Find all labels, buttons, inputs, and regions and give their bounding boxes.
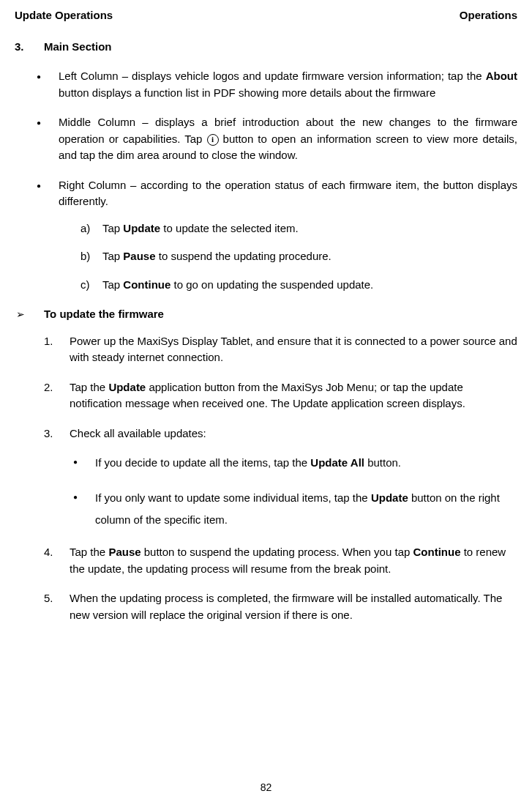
letter-c: c) bbox=[80, 277, 90, 294]
continue-bold: Continue bbox=[413, 546, 461, 558]
num-5: 5. bbox=[44, 590, 53, 607]
inner-bullet-b: If you only want to update some individu… bbox=[95, 487, 517, 531]
text: to suspend the updating procedure. bbox=[156, 250, 331, 262]
inner-bullets: If you decide to update all the items, t… bbox=[70, 452, 517, 531]
sub-ordered-list: a) Tap Update to update the selected ite… bbox=[59, 220, 517, 294]
section-name: Main Section bbox=[44, 40, 112, 53]
text: button displays a function list in PDF s… bbox=[59, 86, 435, 99]
text: to update the selected item. bbox=[160, 222, 298, 234]
arrow-section: To update the firmware bbox=[15, 306, 517, 323]
inner-bullet-a: If you decide to update all the items, t… bbox=[95, 452, 517, 474]
sub-item-a: a) Tap Update to update the selected ite… bbox=[80, 220, 517, 237]
num-4: 4. bbox=[44, 544, 53, 561]
text: button. bbox=[364, 456, 401, 469]
text: Tap bbox=[102, 222, 123, 234]
step-4: 4. Tap the Pause button to suspend the u… bbox=[44, 544, 517, 577]
text: Right Column – according to the operatio… bbox=[59, 179, 517, 208]
bullet-left-column: Left Column – displays vehicle logos and… bbox=[59, 68, 517, 101]
pause-bold: Pause bbox=[108, 546, 141, 558]
letter-b: b) bbox=[80, 248, 90, 265]
info-icon: i bbox=[207, 134, 219, 146]
text: Tap the bbox=[70, 381, 108, 393]
text: If you only want to update some individu… bbox=[95, 491, 371, 504]
bullet-right-column: Right Column – according to the operatio… bbox=[59, 177, 517, 294]
num-1: 1. bbox=[44, 333, 53, 350]
text: Check all available updates: bbox=[70, 427, 206, 439]
update-bold: Update bbox=[371, 491, 408, 504]
step-1: 1. Power up the MaxiSys Display Tablet, … bbox=[44, 333, 517, 366]
continue-bold: Continue bbox=[123, 278, 171, 291]
update-bold: Update bbox=[108, 381, 146, 393]
text: Tap bbox=[102, 250, 123, 262]
main-bullet-list: Left Column – displays vehicle logos and… bbox=[15, 68, 517, 293]
text: button to suspend the updating process. … bbox=[141, 546, 413, 558]
text: When the updating process is completed, … bbox=[70, 592, 502, 621]
section-number: 3. bbox=[15, 39, 44, 56]
update-bold: Update bbox=[123, 222, 160, 234]
num-3: 3. bbox=[44, 426, 53, 442]
sub-item-c: c) Tap Continue to go on updating the su… bbox=[80, 277, 517, 294]
page-number: 82 bbox=[261, 780, 272, 795]
header-left: Update Operations bbox=[15, 7, 113, 24]
step-5: 5. When the updating process is complete… bbox=[44, 590, 517, 623]
text: to go on updating the suspended update. bbox=[171, 278, 373, 291]
num-2: 2. bbox=[44, 379, 53, 396]
update-all-bold: Update All bbox=[310, 456, 364, 469]
pause-bold: Pause bbox=[123, 250, 155, 262]
numbered-steps: 1. Power up the MaxiSys Display Tablet, … bbox=[15, 333, 517, 624]
text: If you decide to update all the items, t… bbox=[95, 456, 310, 469]
sub-item-b: b) Tap Pause to suspend the updating pro… bbox=[80, 248, 517, 265]
bullet-middle-column: Middle Column – displays a brief introdu… bbox=[59, 114, 517, 164]
section-title: 3.Main Section bbox=[15, 39, 517, 56]
step-2: 2. Tap the Update application button fro… bbox=[44, 379, 517, 412]
text: Power up the MaxiSys Display Tablet, and… bbox=[70, 335, 517, 364]
arrow-title: To update the firmware bbox=[44, 308, 164, 320]
text: Tap bbox=[102, 278, 123, 291]
letter-a: a) bbox=[80, 220, 90, 237]
text: Left Column – displays vehicle logos and… bbox=[59, 70, 486, 82]
about-bold: About bbox=[486, 70, 517, 82]
step-3: 3. Check all available updates: If you d… bbox=[44, 426, 517, 532]
page-header: Update Operations Operations bbox=[15, 7, 517, 24]
header-right: Operations bbox=[460, 7, 517, 24]
text: Tap the bbox=[70, 546, 108, 558]
